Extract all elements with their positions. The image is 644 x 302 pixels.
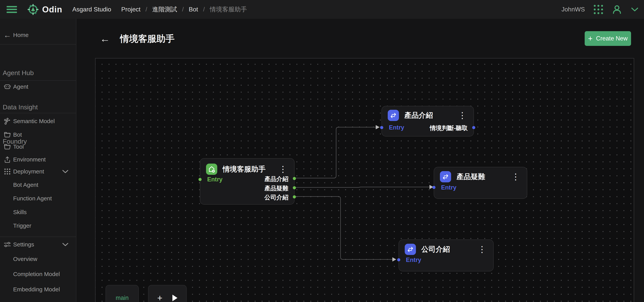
apps-grid-icon[interactable] [594,5,603,14]
entry-port-label: Entry [441,184,456,191]
create-new-button[interactable]: + Create New [585,31,631,46]
breadcrumb-advanced-test[interactable]: 進階測試 [152,5,177,14]
chevron-down-icon[interactable] [62,242,68,247]
chevron-down-icon[interactable] [62,169,68,174]
swap-arrows-icon [388,110,399,121]
create-new-label: Create New [596,35,628,42]
sidebar-home-label: Home [13,32,28,38]
output-port-label: 公司介紹 [264,193,288,202]
branch-tab-main[interactable]: main [106,285,139,302]
breadcrumb-project[interactable]: Project [121,6,140,13]
logo-text[interactable]: Odin [42,5,62,14]
sidebar-item-environment[interactable]: Environment [0,155,76,164]
sidebar-item-deployment[interactable]: Deployment [0,167,76,176]
page-back-arrow-icon[interactable]: ← [100,34,110,44]
sidebar-divider [0,237,76,237]
branch-tab-label: main [116,294,128,301]
top-header: Odin Asgard Studio Project / 進階測試 / Bot … [0,0,644,19]
sidebar-item-completion-model[interactable]: Completion Model [0,270,76,278]
section-title-data-insight: Data Insight [3,103,38,111]
entry-port-label: Entry [406,256,421,263]
sidebar-divider [0,44,76,45]
kebab-menu-icon[interactable]: ⋮ [476,246,488,253]
robot-icon [4,83,11,90]
breadcrumb-current: 情境客服助手 [210,5,247,14]
odin-logo-icon[interactable] [27,4,39,16]
app-name: Asgard Studio [72,6,111,13]
sidebar-item-function-agent[interactable]: Function Agent [0,194,76,203]
sidebar-item-bot[interactable]: Bot [0,130,76,139]
upload-icon [4,156,11,163]
breadcrumb-bot[interactable]: Bot [189,6,198,13]
sidebar-item-agent[interactable]: Agent [0,82,76,91]
sidebar-deployment-label: Deployment [13,168,44,175]
sidebar-bot-label: Bot [13,131,22,138]
sidebar-function-agent-label: Function Agent [13,195,52,202]
breadcrumb-separator: / [182,6,184,13]
play-icon[interactable] [172,295,178,301]
semantic-model-icon [4,117,11,125]
entry-port-handle[interactable] [380,126,383,129]
sidebar-environment-label: Environment [13,156,46,163]
output-port-handle[interactable] [293,177,296,180]
arrowhead-icon [376,125,380,129]
main-content: ← 情境客服助手 + Create New [77,19,644,302]
node-title: 情境客服助手 [223,164,266,174]
sidebar-divider [0,113,76,113]
arrowhead-icon [392,257,396,261]
sidebar-trigger-label: Trigger [13,222,31,229]
sidebar-embedding-model-label: Embedding Model [13,286,60,293]
sidebar-skills-label: Skills [13,209,27,215]
output-port-handle[interactable] [293,195,296,198]
swap-arrows-icon [405,244,416,255]
sidebar-item-home[interactable]: ← Home [0,31,76,40]
sidebar-item-bot-agent[interactable]: Bot Agent [0,181,76,189]
breadcrumb-separator: / [146,6,147,13]
output-port-label: 情境判斷-聽取 [430,124,468,132]
sidebar-divider [0,80,76,81]
output-port-handle[interactable] [472,126,475,129]
edge-root-to-product-intro [294,127,376,178]
add-branch-icon[interactable]: + [157,293,162,302]
breadcrumb-separator: / [203,6,205,13]
output-port-label: 產品介紹 [264,175,288,183]
plus-icon: + [588,35,592,42]
user-avatar-icon[interactable] [612,5,622,15]
sidebar-completion-model-label: Completion Model [13,271,60,277]
sidebar-bot-agent-label: Bot Agent [13,182,38,188]
node-company-intro[interactable]: 公司介紹 ⋮ Entry [398,239,494,271]
swap-arrows-icon [440,171,451,182]
section-title-agent-hub: Agent Hub [3,69,34,77]
flow-canvas[interactable]: 情境客服助手 ⋮ Entry 產品介紹 產品疑難 公司介紹 [95,58,634,302]
home-plus-icon [206,164,217,175]
sidebar-item-semantic-model[interactable]: Semantic Model [0,117,76,126]
sidebar-agent-label: Agent [13,83,28,90]
sidebar-item-overview[interactable]: Overview [0,255,76,263]
sidebar-item-tool[interactable]: Tool [0,142,76,151]
entry-port-handle[interactable] [198,178,202,181]
node-title: 產品疑難 [456,172,485,182]
edge-layer [96,58,634,302]
kebab-menu-icon[interactable]: ⋮ [510,173,522,180]
sidebar-item-settings[interactable]: Settings [0,240,76,249]
node-product-intro[interactable]: 產品介紹 ⋮ Entry 情境判斷-聽取 [382,106,474,136]
account-chevron-down-icon[interactable] [631,7,638,12]
page-title: 情境客服助手 [120,33,174,45]
folder-icon [4,132,11,138]
entry-port-handle[interactable] [432,186,436,189]
sidebar: ← Home Agent Hub Agent Data Insight [0,19,76,302]
sidebar-item-embedding-model[interactable]: Embedding Model [0,285,76,294]
kebab-menu-icon[interactable]: ⋮ [277,166,289,173]
node-product-issue[interactable]: 產品疑難 ⋮ Entry [434,167,527,199]
kebab-menu-icon[interactable]: ⋮ [456,112,468,119]
entry-port-handle[interactable] [397,258,400,261]
sidebar-overview-label: Overview [13,256,37,262]
sidebar-item-skills[interactable]: Skills [0,208,76,217]
hamburger-menu-icon[interactable] [6,5,17,14]
sidebar-item-trigger[interactable]: Trigger [0,221,76,230]
edge-root-to-product-issue [294,187,430,187]
node-root[interactable]: 情境客服助手 ⋮ Entry 產品介紹 產品疑難 公司介紹 [200,158,294,205]
output-port-handle[interactable] [293,186,296,189]
sidebar-settings-label: Settings [13,241,34,248]
entry-port-label: Entry [389,124,404,131]
